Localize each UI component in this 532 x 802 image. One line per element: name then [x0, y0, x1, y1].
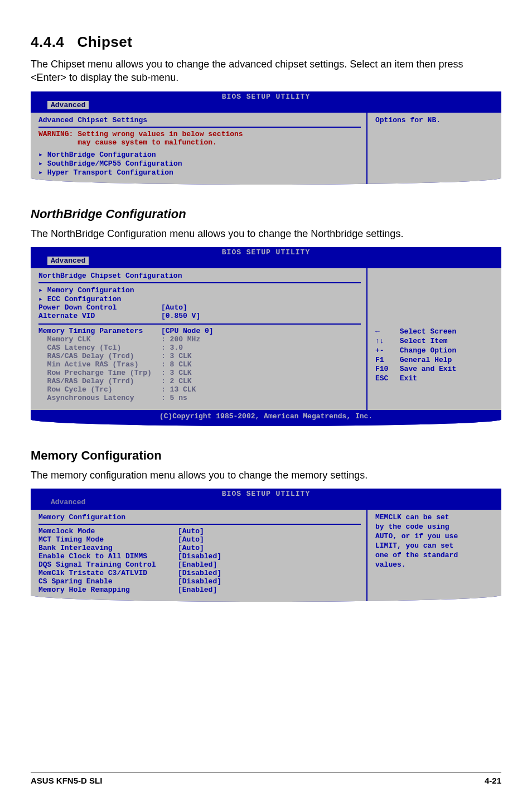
field-row[interactable]: CS Sparing Enable[Disabled] — [38, 577, 361, 586]
help-row: ↑↓ Select Item — [375, 337, 496, 346]
field-power-down-control[interactable]: Power Down Control[Auto] — [38, 303, 361, 312]
help-row: +- Change Option — [375, 346, 496, 356]
timing-row: Row Cycle (Trc): 13 CLK — [38, 385, 361, 394]
timing-row: CAS Latency (Tcl): 3.0 — [38, 344, 361, 352]
menu-item-memory-config[interactable]: Memory Configuration — [38, 286, 361, 294]
timing-row: Min Active RAS (Tras): 8 CLK — [38, 360, 361, 369]
panel1-heading: Advanced Chipset Settings — [38, 116, 361, 124]
field-row[interactable]: Memory Hole Remapping[Enabled] — [38, 586, 361, 594]
timing-row: RAS/CAS Delay (Trcd): 3 CLK — [38, 352, 361, 360]
menu-item-hypertransport[interactable]: Hyper Transport Configuration — [38, 168, 361, 177]
help-row: ESC Exit — [375, 374, 496, 384]
bios-help-pane: ← Select Screen↑↓ Select Item+- Change O… — [367, 268, 501, 410]
bios-panel-chipset: BIOS SETUP UTILITY Advanced Advanced Chi… — [31, 91, 501, 185]
timing-row: Row Precharge Time (Trp): 3 CLK — [38, 369, 361, 377]
section-intro: The Chipset menu allows you to change th… — [31, 57, 501, 85]
bios-panel-northbridge: BIOS SETUP UTILITY Advanced NorthBridge … — [31, 247, 501, 426]
section-number: 4.4.4 — [31, 33, 64, 50]
bios-title: BIOS SETUP UTILITY — [31, 91, 501, 101]
bios-panel-memory: BIOS SETUP UTILITY Advanced Memory Confi… — [31, 489, 501, 602]
tab-advanced[interactable]: Advanced — [47, 101, 89, 109]
help-row: F10 Save and Exit — [375, 365, 496, 374]
bios-tab-row: Advanced — [31, 498, 501, 509]
field-row[interactable]: MemClk Tristate C3/ATLVID[Disabled] — [38, 569, 361, 577]
field-row[interactable]: DQS Signal Training Control[Enabled] — [38, 561, 361, 569]
northbridge-heading: NorthBridge Configuration — [31, 207, 501, 221]
bios-title: BIOS SETUP UTILITY — [31, 247, 501, 257]
section-title: Chipset — [78, 33, 133, 50]
tab-advanced[interactable]: Advanced — [47, 498, 89, 506]
field-row[interactable]: MCT Timing Mode[Auto] — [38, 535, 361, 544]
help-row: ← Select Screen — [375, 327, 496, 337]
footer-left: ASUS KFN5-D SLI — [31, 776, 102, 785]
menu-item-southbridge[interactable]: SouthBridge/MCP55 Configuration — [38, 159, 361, 168]
bios-help-pane: Options for NB. — [367, 113, 501, 185]
memory-intro: The memory configuration menu allows you… — [31, 468, 501, 482]
section-heading: 4.4.4 Chipset — [31, 33, 501, 51]
memory-heading: Memory Configuration — [31, 448, 501, 463]
menu-item-ecc-config[interactable]: ECC Configuration — [38, 294, 361, 303]
footer-right: 4-21 — [485, 776, 501, 785]
panel2-help: ← Select Screen↑↓ Select Item+- Change O… — [375, 327, 496, 384]
field-row[interactable]: Bank Interleaving[Auto] — [38, 544, 361, 552]
bios-left-pane: NorthBridge Chipset Configuration Memory… — [31, 268, 367, 410]
bios-tab-row: Advanced — [31, 101, 501, 112]
tab-advanced[interactable]: Advanced — [47, 257, 89, 265]
bios-left-pane: Advanced Chipset Settings WARNING: Setti… — [31, 113, 367, 185]
field-memory-timing-params[interactable]: Memory Timing Parameters[CPU Node 0] — [38, 327, 361, 335]
page-footer: ASUS KFN5-D SLI 4-21 — [31, 772, 501, 785]
bios-tab-row: Advanced — [31, 257, 501, 267]
field-row[interactable]: Enable Clock to All DIMMS[Disabled] — [38, 552, 361, 561]
timing-row: Memory CLK: 200 MHz — [38, 335, 361, 344]
menu-item-northbridge[interactable]: NorthBridge Configuration — [38, 150, 361, 159]
field-row[interactable]: Memclock Mode[Auto] — [38, 527, 361, 535]
northbridge-intro: The NorthBridge Configuration menu allow… — [31, 227, 501, 240]
field-alternate-vid[interactable]: Alternate VID[0.850 V] — [38, 312, 361, 320]
bios-title: BIOS SETUP UTILITY — [31, 489, 501, 498]
bios-help-pane: MEMCLK can be set by the code using AUTO… — [367, 510, 501, 602]
panel1-warning: WARNING: Setting wrong values in below s… — [38, 127, 361, 150]
panel2-heading: NorthBridge Chipset Configuration — [38, 272, 361, 280]
bios-copyright: (C)Copyright 1985-2002, American Megatre… — [31, 410, 501, 426]
timing-row: RAS/RAS Delay (Trrd): 2 CLK — [38, 377, 361, 385]
bios-left-pane: Memory Configuration Memclock Mode[Auto]… — [31, 510, 367, 602]
panel1-help: Options for NB. — [375, 116, 496, 125]
panel3-help: MEMCLK can be set by the code using AUTO… — [375, 513, 496, 569]
panel3-heading: Memory Configuration — [38, 513, 361, 521]
timing-row: Asynchronous Latency: 5 ns — [38, 394, 361, 402]
help-row: F1 General Help — [375, 356, 496, 365]
